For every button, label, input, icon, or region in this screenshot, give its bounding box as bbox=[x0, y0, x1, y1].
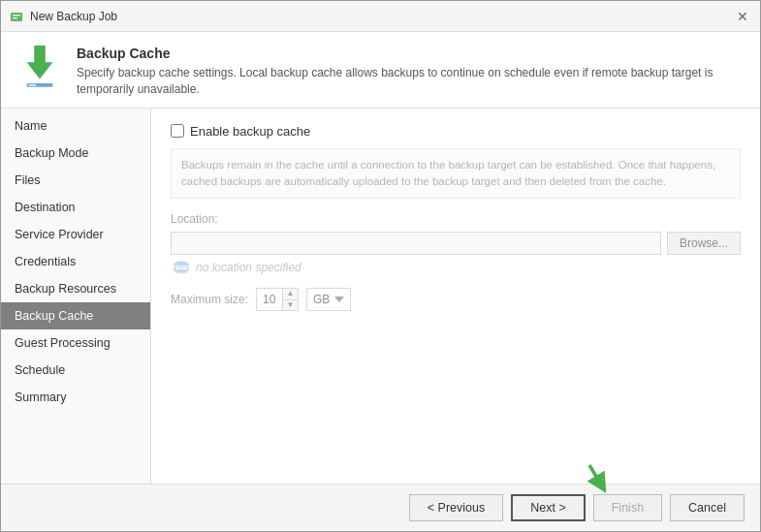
sidebar-item-service-provider[interactable]: Service Provider bbox=[1, 221, 150, 248]
sidebar: Name Backup Mode Files Destination Servi… bbox=[1, 109, 151, 484]
svg-rect-5 bbox=[29, 84, 37, 86]
location-input[interactable] bbox=[171, 232, 661, 255]
browse-button[interactable]: Browse... bbox=[667, 232, 741, 255]
sidebar-item-backup-resources[interactable]: Backup Resources bbox=[1, 275, 150, 302]
location-row: Location: bbox=[171, 212, 741, 226]
no-location-text: no location specified bbox=[196, 261, 301, 274]
svg-point-9 bbox=[174, 269, 188, 274]
header-text-block: Backup Cache Specify backup cache settin… bbox=[77, 46, 745, 98]
header-description: Specify backup cache settings. Local bac… bbox=[77, 65, 745, 98]
header-icon bbox=[16, 46, 63, 92]
title-bar: New Backup Job ✕ bbox=[1, 1, 760, 32]
svg-line-11 bbox=[589, 465, 601, 485]
window-icon bbox=[9, 9, 24, 24]
close-button[interactable]: ✕ bbox=[733, 8, 752, 25]
size-spinners: ▲ ▼ bbox=[282, 289, 298, 310]
content-area: Enable backup cache Backups remain in th… bbox=[151, 109, 760, 484]
finish-button[interactable]: Finish bbox=[593, 494, 662, 521]
cache-description: Backups remain in the cache until a conn… bbox=[171, 148, 741, 200]
sidebar-item-guest-processing[interactable]: Guest Processing bbox=[1, 329, 150, 357]
location-status-row: no location specified bbox=[173, 261, 741, 274]
enable-cache-row: Enable backup cache bbox=[171, 124, 741, 139]
window-title: New Backup Job bbox=[30, 10, 117, 23]
footer: < Previous Next > Finish Cancel bbox=[1, 484, 760, 531]
svg-rect-2 bbox=[13, 17, 17, 19]
svg-rect-0 bbox=[11, 13, 22, 21]
database-icon bbox=[173, 261, 190, 274]
svg-rect-1 bbox=[13, 15, 20, 16]
sidebar-item-schedule[interactable]: Schedule bbox=[1, 357, 150, 384]
enable-cache-label[interactable]: Enable backup cache bbox=[190, 124, 310, 139]
size-input[interactable] bbox=[256, 288, 299, 311]
sidebar-item-destination[interactable]: Destination bbox=[1, 194, 150, 221]
location-input-row: Browse... bbox=[171, 232, 741, 255]
sidebar-item-name[interactable]: Name bbox=[1, 112, 150, 140]
next-button[interactable]: Next > bbox=[511, 494, 585, 521]
sidebar-item-credentials[interactable]: Credentials bbox=[1, 248, 150, 275]
size-increment-button[interactable]: ▲ bbox=[282, 289, 298, 300]
header: Backup Cache Specify backup cache settin… bbox=[1, 32, 760, 109]
size-decrement-button[interactable]: ▼ bbox=[282, 300, 298, 311]
enable-cache-checkbox[interactable] bbox=[171, 124, 184, 138]
cancel-button[interactable]: Cancel bbox=[670, 494, 745, 521]
svg-point-6 bbox=[174, 262, 188, 266]
location-label: Location: bbox=[171, 212, 229, 226]
sidebar-item-backup-mode[interactable]: Backup Mode bbox=[1, 140, 150, 167]
sidebar-item-files[interactable]: Files bbox=[1, 167, 150, 194]
unit-select[interactable]: MB GB TB bbox=[306, 288, 351, 311]
svg-marker-3 bbox=[27, 46, 53, 78]
sidebar-item-backup-cache[interactable]: Backup Cache bbox=[1, 302, 150, 329]
previous-button[interactable]: < Previous bbox=[409, 494, 503, 521]
max-size-label: Maximum size: bbox=[171, 293, 248, 306]
next-arrow-indicator bbox=[582, 461, 617, 496]
sidebar-item-summary[interactable]: Summary bbox=[1, 384, 150, 411]
header-title: Backup Cache bbox=[77, 46, 745, 61]
size-input-wrap: ▲ ▼ bbox=[256, 288, 299, 311]
max-size-row: Maximum size: ▲ ▼ MB GB TB bbox=[171, 288, 741, 311]
